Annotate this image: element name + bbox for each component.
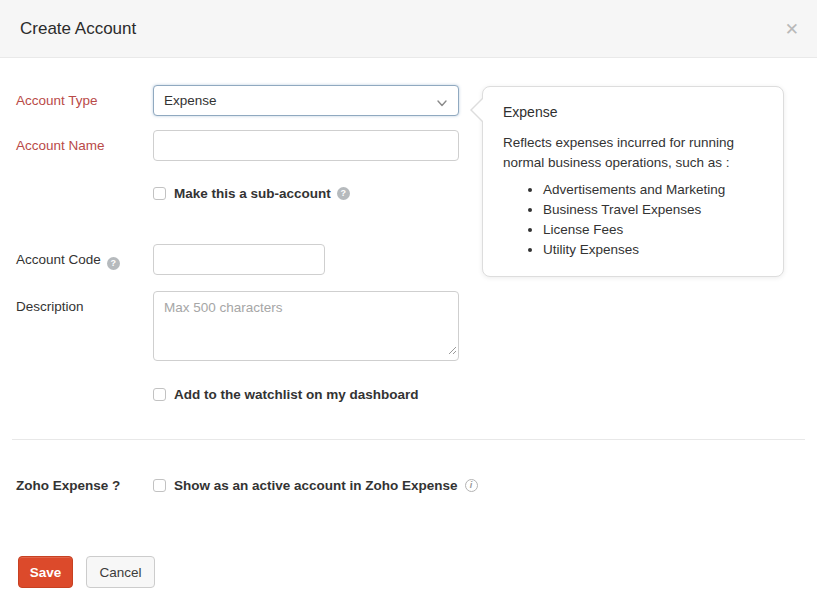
account-type-label: Account Type [16,93,98,108]
tooltip-body: Reflects expenses incurred for running n… [503,133,763,173]
zoho-expense-checkbox[interactable] [153,479,166,492]
section-divider [12,439,805,440]
watchlist-label: Add to the watchlist on my dashboard [174,387,419,402]
dialog-header: Create Account ✕ [0,0,817,58]
account-type-tooltip: Expense Reflects expenses incurred for r… [482,86,784,277]
account-type-value: Expense [164,93,217,108]
description-field-wrap [153,291,459,361]
chevron-down-icon [436,95,448,113]
zoho-expense-checkbox-label: Show as an active account in Zoho Expens… [174,478,458,493]
tooltip-list-item: Utility Expenses [543,240,763,260]
help-icon[interactable]: ? [337,187,350,200]
tooltip-list-item: Advertisements and Marketing [543,180,763,200]
description-textarea[interactable] [153,291,459,361]
account-code-input[interactable] [153,244,325,275]
create-account-dialog: Create Account ✕ Account Type Expense Ac… [0,0,817,605]
account-name-input[interactable] [153,130,459,161]
sub-account-row: Make this a sub-account ? [153,186,350,201]
info-icon[interactable]: i [465,479,478,492]
save-button[interactable]: Save [18,556,73,588]
close-icon[interactable]: ✕ [785,20,799,37]
watchlist-checkbox[interactable] [153,388,166,401]
page-title: Create Account [20,19,136,39]
description-label: Description [16,299,84,314]
account-name-label: Account Name [16,138,105,153]
zoho-expense-row: Show as an active account in Zoho Expens… [153,478,478,493]
account-type-select[interactable]: Expense [153,85,459,116]
zoho-expense-label: Zoho Expense ? [16,478,120,493]
help-icon[interactable]: ? [107,257,120,270]
resize-handle-icon[interactable] [448,341,457,359]
tooltip-list-item: Business Travel Expenses [543,200,763,220]
sub-account-label: Make this a sub-account [174,186,331,201]
tooltip-arrow [470,97,483,123]
sub-account-checkbox[interactable] [153,187,166,200]
tooltip-list: Advertisements and Marketing Business Tr… [503,180,763,260]
watchlist-row: Add to the watchlist on my dashboard [153,387,419,402]
cancel-button[interactable]: Cancel [86,556,155,588]
account-code-label: Account Code? [16,252,120,270]
tooltip-list-item: License Fees [543,220,763,240]
tooltip-title: Expense [503,104,763,120]
